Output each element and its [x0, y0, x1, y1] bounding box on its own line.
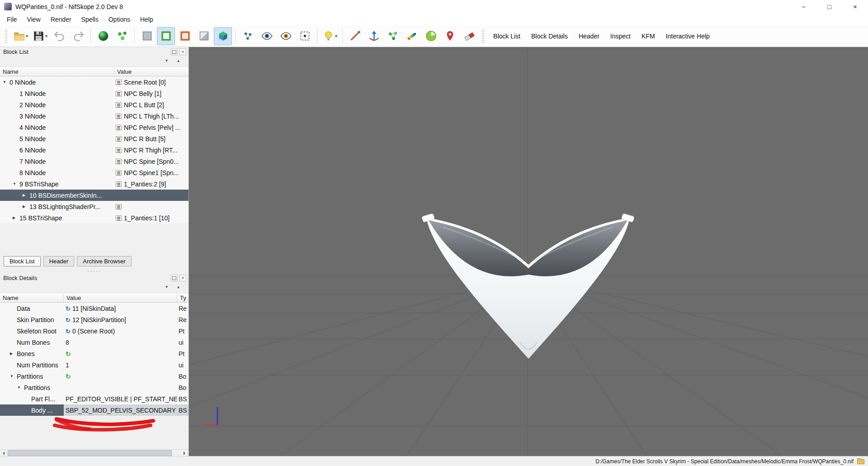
maximize-button[interactable]: □ [816, 0, 842, 13]
blue-axes-button[interactable] [365, 27, 383, 45]
arrow-right-icon[interactable] [13, 216, 19, 220]
tree-row[interactable]: 8 NiNodeNPC Spine1 [Spn... [0, 167, 189, 178]
detail-row[interactable]: PartitionsBo [0, 371, 189, 382]
eye-orange-button[interactable] [277, 27, 295, 45]
green-nodes-button[interactable] [384, 27, 402, 45]
block-details-table: Data11 [NiSkinData]ReSkin Partition12 [N… [0, 303, 189, 416]
menu-item-options[interactable]: Options [104, 14, 135, 24]
tree-row[interactable]: 5 NiNodeNPC R Butt [5] [0, 133, 189, 144]
tree-row[interactable]: 9 BSTriShape1_Panties:2 [9] [0, 178, 189, 190]
scroll-left-icon[interactable] [0, 450, 7, 456]
arrow-down-icon[interactable] [17, 385, 24, 390]
vertex-dots-button[interactable] [239, 27, 257, 45]
tree-row[interactable]: 10 BSDismemberSkinIn... [0, 190, 189, 201]
detail-row[interactable]: Part Fl...PF_EDITOR_VISIBLE | PF_START_N… [0, 393, 189, 404]
column-header-value[interactable]: Value [64, 293, 177, 302]
arrow-down-icon[interactable] [13, 182, 19, 186]
column-header-type[interactable]: Ty [177, 293, 189, 302]
undock-panel-button[interactable] [171, 275, 178, 281]
folder-icon[interactable] [857, 459, 864, 464]
tree-row[interactable]: 13 BSLightingShaderPr... [0, 201, 189, 212]
close-panel-button[interactable] [179, 48, 186, 55]
rainbow-pencil-button[interactable] [403, 27, 421, 45]
tree-row[interactable]: 1 NiNodeNPC Belly [1] [0, 88, 189, 99]
colored-cube-button[interactable] [214, 27, 232, 45]
toolbar-button-block-list[interactable]: Block List [488, 29, 525, 43]
arrow-down-icon[interactable] [3, 80, 9, 84]
column-header-name[interactable]: Name [0, 293, 64, 302]
menu-item-view[interactable]: View [22, 14, 46, 24]
maximize-icon: □ [827, 3, 831, 10]
tree-row-value: NPC L Thigh [LTh... [124, 113, 179, 120]
split-square-button[interactable] [195, 27, 213, 45]
column-header-value[interactable]: Value [114, 67, 189, 76]
chevron-down-icon[interactable] [165, 58, 168, 63]
undock-panel-button[interactable] [171, 48, 178, 55]
scrollbar-thumb[interactable] [8, 450, 172, 456]
folder-open-button[interactable]: ▾ [11, 27, 30, 45]
toolbar-handle[interactable] [5, 29, 7, 43]
detail-row[interactable]: Body ...SBP_52_MOD_PELVIS_SECONDARYBS [0, 404, 189, 416]
detail-row[interactable]: BonesPt [0, 348, 189, 359]
detail-row[interactable]: Skin Partition12 [NiSkinPartition]Re [0, 314, 189, 325]
arrow-right-icon[interactable] [23, 204, 29, 209]
orange-square-button[interactable] [176, 27, 194, 45]
tree-row[interactable]: 7 NiNodeNPC Spine [Spn0... [0, 156, 189, 167]
toolbar-button-block-details[interactable]: Block Details [526, 29, 573, 43]
lightbulb-button[interactable]: ▾ [321, 27, 339, 45]
detail-row[interactable]: Num Partitions1ui [0, 359, 189, 371]
arrow-down-icon[interactable] [10, 374, 17, 378]
tree-row[interactable]: 0 NiNodeScene Root [0] [0, 76, 189, 88]
close-button[interactable]: × [842, 0, 868, 13]
chevron-down-icon[interactable] [165, 284, 168, 289]
red-eraser-button[interactable] [460, 27, 478, 45]
red-pin-button[interactable] [441, 27, 459, 45]
block-list-tabs: Block ListHeaderArchive Browser [0, 254, 189, 268]
block-details-panel-header: Block Details [0, 273, 189, 283]
eye-orange-icon [280, 30, 292, 42]
scroll-right-icon[interactable] [181, 450, 188, 456]
gray-square-button[interactable] [138, 27, 156, 45]
toolbar-button-kfm[interactable]: KFM [637, 29, 660, 43]
red-vector-button[interactable] [346, 27, 364, 45]
menu-item-file[interactable]: File [2, 14, 22, 24]
minimize-button[interactable]: − [791, 0, 816, 13]
green-clock-button[interactable] [422, 27, 440, 45]
toolbar-button-inspect[interactable]: Inspect [605, 29, 636, 43]
green-sphere-button[interactable] [94, 27, 112, 45]
chevron-up-icon[interactable] [177, 58, 179, 63]
undo-button[interactable] [50, 27, 68, 45]
tab-archive-browser[interactable]: Archive Browser [77, 256, 132, 266]
arrow-right-icon[interactable] [10, 352, 17, 356]
redo-button[interactable] [69, 27, 87, 45]
tree-row[interactable]: 6 NiNodeNPC R Thigh [RT... [0, 144, 189, 156]
green-square-button[interactable] [157, 27, 175, 45]
toolbar-button-header[interactable]: Header [574, 29, 604, 43]
dashed-box-button[interactable] [296, 27, 314, 45]
tree-row[interactable]: 15 BSTriShape1_Panties:1 [10] [0, 212, 189, 223]
menu-item-spells[interactable]: Spells [76, 14, 104, 24]
detail-row[interactable]: Data11 [NiSkinData]Re [0, 303, 189, 314]
arrow-right-icon[interactable] [23, 193, 29, 197]
tree-row[interactable]: 4 NiNodeNPC Pelvis [Pelv] ... [0, 122, 189, 133]
detail-row[interactable]: Num Bones8ui [0, 337, 189, 348]
menu-item-render[interactable]: Render [46, 14, 76, 24]
tab-block-list[interactable]: Block List [4, 256, 41, 266]
tab-header[interactable]: Header [43, 256, 75, 266]
menu-item-help[interactable]: Help [135, 14, 158, 24]
close-icon: × [853, 3, 857, 10]
column-header-name[interactable]: Name [0, 67, 114, 76]
splitter-handle[interactable] [0, 268, 189, 273]
tree-row[interactable]: 3 NiNodeNPC L Thigh [LTh... [0, 110, 189, 122]
horizontal-scrollbar[interactable] [0, 449, 189, 456]
detail-row[interactable]: PartitionsBo [0, 382, 189, 393]
toolbar-button-interactive-help[interactable]: Interactive Help [661, 29, 715, 43]
tree-row[interactable]: 2 NiNodeNPC L Butt [2] [0, 99, 189, 110]
chevron-up-icon[interactable] [177, 284, 179, 289]
toolbar-handle[interactable] [482, 29, 484, 43]
eye-button[interactable] [258, 27, 276, 45]
close-panel-button[interactable] [179, 275, 186, 281]
save-button[interactable]: ▾ [31, 27, 49, 45]
green-dots-button[interactable] [113, 27, 131, 45]
detail-row[interactable]: Skeleton Root0 (Scene Root)Pt [0, 325, 189, 337]
